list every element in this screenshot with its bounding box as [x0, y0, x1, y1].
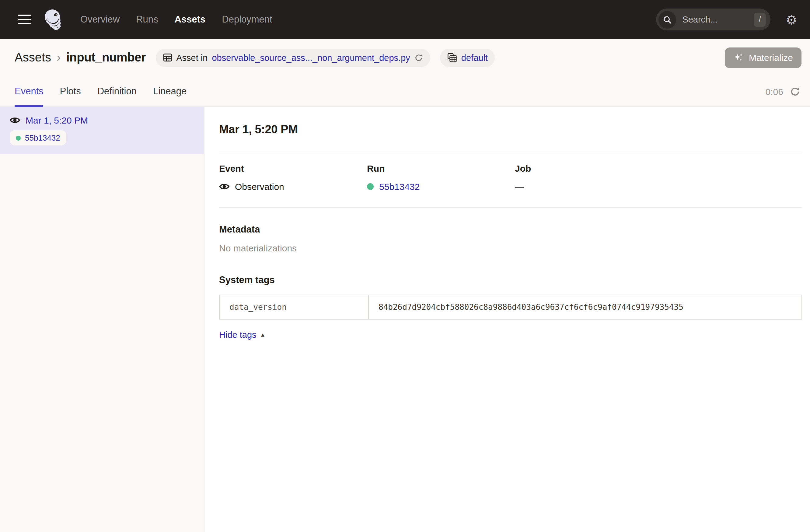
tag-key-cell: data_version [220, 295, 369, 319]
table-icon [163, 53, 172, 62]
asset-group-icon [447, 53, 457, 62]
tag-value-cell: 84b26d7d9204cbf588026c8a9886d403a6c9637c… [369, 295, 801, 319]
event-detail-title: Mar 1, 5:20 PM [219, 123, 802, 136]
tabs-bar: Events Plots Definition Lineage 0:06 [0, 76, 810, 107]
search-box[interactable]: / [656, 9, 771, 30]
eye-icon [219, 181, 229, 192]
system-tags-table: data_version 84b26d7d9204cbf588026c8a988… [219, 295, 802, 320]
reload-icon[interactable] [415, 53, 423, 62]
job-empty-value: — [515, 181, 524, 192]
metadata-heading: Metadata [219, 224, 802, 235]
run-id-badge[interactable]: 55b13432 [10, 130, 66, 145]
nav-item-deployment[interactable]: Deployment [222, 14, 272, 25]
asset-definition-link[interactable]: observable_source_ass..._non_argument_de… [212, 53, 410, 62]
event-column: Event Observation [219, 163, 367, 192]
event-column-label: Event [219, 163, 367, 174]
event-timestamp: Mar 1, 5:20 PM [26, 115, 88, 125]
event-type-value: Observation [235, 181, 284, 192]
nav-item-overview[interactable]: Overview [80, 14, 119, 25]
refresh-icon[interactable] [790, 86, 800, 96]
tab-definition[interactable]: Definition [97, 76, 136, 107]
system-tags-heading: System tags [219, 275, 802, 286]
event-detail-panel: Mar 1, 5:20 PM Event Observation [205, 107, 810, 532]
gear-icon[interactable]: ⚙ [785, 13, 797, 26]
tab-events[interactable]: Events [15, 76, 44, 107]
chevron-right-icon: › [56, 50, 61, 65]
materialize-button[interactable]: Materialize [725, 47, 801, 68]
event-list-item[interactable]: Mar 1, 5:20 PM 55b13432 [0, 107, 204, 154]
search-input[interactable] [681, 14, 754, 25]
nav-item-runs[interactable]: Runs [136, 14, 158, 25]
job-column: Job — [515, 163, 663, 192]
breadcrumb-assets-link[interactable]: Assets [15, 50, 51, 65]
nav-item-assets[interactable]: Assets [175, 14, 206, 25]
tab-plots[interactable]: Plots [60, 76, 81, 107]
eye-icon [10, 115, 20, 125]
slash-shortcut-badge: / [754, 13, 765, 27]
run-status-dot [16, 135, 21, 140]
caret-up-icon: ▲ [260, 332, 266, 338]
run-id-link[interactable]: 55b13432 [379, 181, 420, 192]
events-sidebar: Mar 1, 5:20 PM 55b13432 [0, 107, 205, 532]
materialize-label: Materialize [749, 52, 793, 63]
top-navbar: Overview Runs Assets Deployment / ⚙ [0, 0, 810, 39]
refresh-area: 0:06 [765, 76, 800, 107]
run-column-label: Run [367, 163, 515, 174]
sparkle-icon [734, 52, 744, 63]
hide-tags-label: Hide tags [219, 330, 257, 340]
metadata-empty-text: No materializations [219, 243, 802, 253]
tab-lineage[interactable]: Lineage [153, 76, 187, 107]
asset-group-pill[interactable]: default [440, 48, 495, 67]
app: Overview Runs Assets Deployment / ⚙ Asse… [0, 0, 810, 532]
menu-icon[interactable] [15, 12, 33, 27]
navbar-right: / ⚙ [656, 9, 797, 30]
asset-location-pill: Asset in observable_source_ass..._non_ar… [156, 48, 430, 67]
run-id-label: 55b13432 [25, 133, 60, 142]
refresh-countdown: 0:06 [765, 86, 783, 96]
dagster-logo [43, 9, 65, 30]
asset-group-link[interactable]: default [461, 53, 488, 62]
asset-location-prefix: Asset in [176, 53, 208, 62]
content: Mar 1, 5:20 PM 55b13432 Mar 1, 5:20 PM E… [0, 107, 810, 532]
page-title: input_number [66, 50, 146, 65]
event-summary-row: Event Observation Run [219, 163, 802, 192]
page-header: Assets › input_number Asset in observabl… [0, 39, 810, 76]
search-icon [659, 11, 676, 28]
primary-nav: Overview Runs Assets Deployment [80, 14, 272, 25]
job-column-label: Job [515, 163, 663, 174]
hide-tags-link[interactable]: Hide tags ▲ [219, 330, 265, 340]
run-status-dot [367, 183, 374, 190]
run-column: Run 55b13432 [367, 163, 515, 192]
